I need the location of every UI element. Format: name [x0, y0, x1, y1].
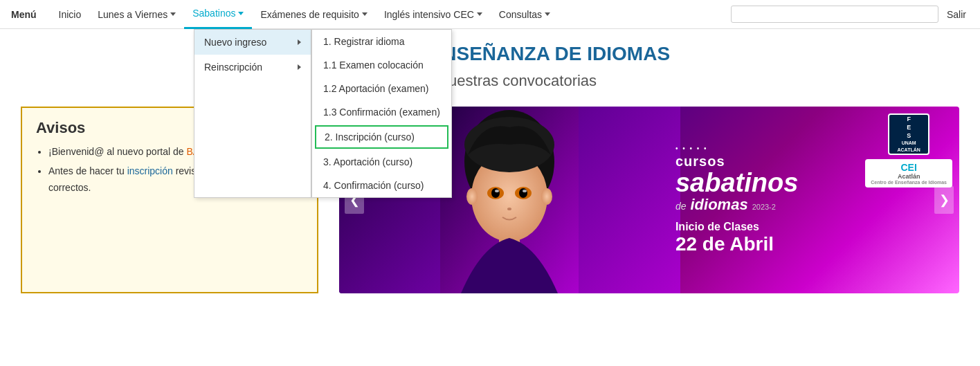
dropdown-item-reinscripcion[interactable]: Reinscripción — [194, 55, 311, 80]
dropdown-item-registrar-idioma[interactable]: 1. Registrar idioma — [312, 30, 451, 53]
svg-point-10 — [523, 190, 527, 192]
dropdown-item-examen-colocacion[interactable]: 1.1 Examen colocación — [312, 53, 451, 77]
nav-label-lunes-viernes: Lunes a Viernes — [98, 9, 167, 20]
nav-item-consultas[interactable]: Consultas — [491, 0, 559, 29]
banner-cursos-label: cursos — [675, 154, 725, 170]
cei-label: CEI — [871, 162, 947, 173]
chevron-right-icon — [298, 39, 301, 45]
dropdown-item-aportacion-examen[interactable]: 1.2 Aportación (examen) — [312, 77, 451, 100]
aviso-link-inscripcion[interactable]: inscripción — [127, 165, 173, 176]
dropdown-level1: Nuevo ingreso Reinscripción — [194, 29, 311, 198]
banner-logo-area: FES UNAM ACATLÁN CEI Acatlán Centro de E… — [865, 113, 952, 187]
dropdown-item-confirmacion-examen[interactable]: 1.3 Confirmación (examen) — [312, 100, 451, 124]
dropdown-label-inscripcion-curso: 2. Inscripción (curso) — [325, 131, 415, 143]
banner-dots: • • • • • — [675, 145, 708, 152]
cei-description: Centro de Enseñanza de Idiomas — [871, 180, 947, 185]
banner-character-svg — [440, 107, 579, 293]
nav-item-ingles-intensivo[interactable]: Inglés intensivo CEC — [376, 0, 491, 29]
chevron-right-icon: ❯ — [939, 192, 950, 208]
dropdown-label-aportacion-examen: 1.2 Aportación (examen) — [323, 83, 429, 94]
dropdown-label-confirmacion-curso: 4. Confirmación (curso) — [323, 180, 424, 191]
chevron-down-icon — [170, 12, 176, 16]
banner-idiomas-row: de idiomas 2023-2 — [675, 196, 776, 214]
page-subtitle: Conoce nuestras convocatorias — [0, 72, 980, 100]
dropdown-item-nuevo-ingreso[interactable]: Nuevo ingreso — [194, 30, 311, 55]
banner-sabatinos-label: sabatinos — [675, 170, 798, 196]
dropdown-label-reinscripcion: Reinscripción — [204, 62, 262, 73]
dropdown-label-confirmacion-examen: 1.3 Confirmación (examen) — [323, 107, 440, 118]
page-title: CENTRO DE ENSEÑANZA DE IDIOMAS — [0, 29, 980, 72]
svg-point-8 — [519, 188, 527, 198]
aviso-text-1-before: ¡Bienvenid@ al nuevo portal de — [48, 146, 186, 157]
banner-idiomas-label: idiomas — [691, 196, 748, 214]
dropdown-label-aportacion-curso: 3. Aportación (curso) — [323, 156, 412, 167]
nav-label-sabatinos: Sabatinos — [192, 8, 235, 19]
navbar: Menú Inicio Lunes a Viernes Sabatinos Ex… — [0, 0, 980, 29]
dropdown-container: Nuevo ingreso Reinscripción 1. Registrar… — [194, 29, 452, 198]
carousel-next-button[interactable]: ❯ — [934, 186, 954, 214]
main-content: CENTRO DE ENSEÑANZA DE IDIOMAS Conoce nu… — [0, 29, 980, 293]
svg-point-12 — [466, 188, 478, 205]
dropdown-label-nuevo-ingreso: Nuevo ingreso — [204, 37, 266, 48]
fes-label: FES — [907, 116, 911, 140]
chevron-down-icon — [238, 12, 244, 15]
banner-year-label: 2023-2 — [752, 203, 776, 211]
nav-label-consultas: Consultas — [499, 9, 542, 20]
banner-inicio-label: Inicio de Clases — [675, 221, 759, 233]
dropdown-level2: 1. Registrar idioma 1.1 Examen colocació… — [311, 29, 452, 198]
nav-item-sabatinos[interactable]: Sabatinos — [184, 0, 252, 29]
search-container — [731, 6, 938, 23]
banner-de-label: de — [675, 201, 687, 212]
acatlan-label: ACATLÁN — [897, 147, 920, 153]
banner-fecha-label: 22 de Abril — [675, 233, 774, 255]
search-input[interactable] — [731, 6, 938, 23]
nav-item-lunes-viernes[interactable]: Lunes a Viernes — [89, 0, 184, 29]
content-row: Avisos ¡Bienvenid@ al nuevo portal de BA… — [0, 107, 980, 293]
menu-label: Menú — [6, 9, 42, 20]
dropdown-item-aportacion-curso[interactable]: 3. Aportación (curso) — [312, 150, 451, 174]
svg-point-13 — [541, 188, 552, 205]
svg-point-9 — [495, 190, 499, 192]
svg-point-7 — [491, 188, 500, 198]
fes-badge: FES UNAM ACATLÁN — [888, 113, 929, 155]
dropdown-item-confirmacion-curso[interactable]: 4. Confirmación (curso) — [312, 174, 451, 197]
nav-label-ingles-intensivo: Inglés intensivo CEC — [384, 9, 474, 20]
svg-point-11 — [507, 208, 511, 210]
chevron-down-icon — [477, 12, 482, 16]
unam-label: UNAM — [902, 140, 916, 146]
aviso-text-2-before: Antes de hacer tu — [48, 165, 127, 176]
chevron-down-icon — [545, 12, 550, 16]
dropdown-label-examen-colocacion: 1.1 Examen colocación — [323, 60, 424, 71]
chevron-down-icon — [362, 12, 368, 16]
nav-label-examenes: Exámenes de requisito — [260, 9, 359, 20]
nav-item-inicio[interactable]: Inicio — [51, 0, 90, 29]
salir-button[interactable]: Salir — [938, 0, 974, 29]
cei-badge: CEI Acatlán Centro de Enseñanza de Idiom… — [865, 159, 952, 187]
dropdown-item-inscripcion-curso[interactable]: 2. Inscripción (curso) — [315, 125, 448, 149]
cei-sub-label: Acatlán — [871, 173, 947, 180]
chevron-right-icon — [298, 64, 301, 70]
nav-label-inicio: Inicio — [59, 9, 82, 20]
nav-item-examenes[interactable]: Exámenes de requisito — [252, 0, 375, 29]
dropdown-label-registrar-idioma: 1. Registrar idioma — [323, 36, 405, 47]
